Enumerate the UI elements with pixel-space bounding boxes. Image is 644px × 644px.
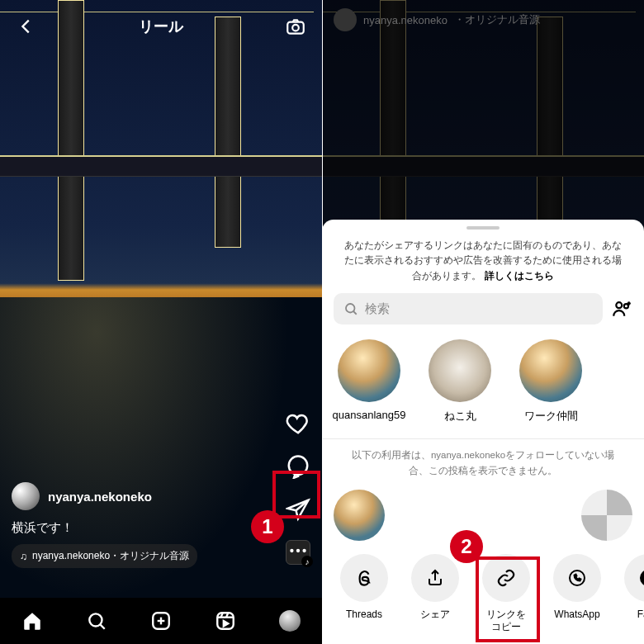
share-contacts: quansanlang59 ねこ丸 ワーク仲間	[322, 324, 644, 435]
svg-point-3	[290, 549, 293, 552]
nav-search[interactable]	[86, 610, 107, 632]
dimmed-audio: ・オリジナル音源	[454, 12, 540, 27]
music-note-icon: ♫	[20, 551, 27, 562]
svg-point-18	[624, 304, 628, 308]
svg-point-22	[640, 570, 644, 586]
sheet-handle[interactable]	[466, 226, 500, 230]
svg-point-6	[89, 613, 102, 626]
svg-point-15	[346, 304, 355, 313]
dimmed-header: nyanya.nekoneko ・オリジナル音源	[322, 0, 644, 40]
contact-name: quansanlang59	[333, 409, 406, 421]
callout-box-1	[272, 471, 320, 519]
svg-point-17	[616, 302, 622, 308]
reels-screen: リール nyanya.nekoneko 横浜です！	[0, 0, 322, 644]
more-button[interactable]	[287, 540, 309, 561]
contact-avatar[interactable]	[581, 490, 632, 541]
nav-profile[interactable]	[279, 610, 301, 632]
contact-avatar	[429, 339, 491, 402]
search-placeholder: 検索	[365, 301, 390, 317]
like-button[interactable]	[286, 411, 310, 436]
audio-pill[interactable]: ♫ nyanya.nekoneko・オリジナル音源	[12, 544, 197, 568]
svg-rect-0	[287, 22, 304, 34]
callout-badge-2: 2	[450, 530, 483, 563]
camera-button[interactable]	[284, 15, 307, 38]
contact-avatar	[338, 339, 400, 402]
action-whatsapp[interactable]: WhatsApp	[547, 554, 608, 633]
page-title: リール	[139, 17, 183, 36]
nav-home[interactable]	[21, 610, 43, 632]
nav-reels[interactable]	[215, 610, 236, 632]
contact-item[interactable]: ワーク仲間	[515, 339, 586, 424]
svg-point-5	[302, 549, 305, 552]
contact-name: ねこ丸	[444, 409, 476, 424]
nav-create[interactable]	[150, 610, 172, 632]
search-icon	[343, 301, 358, 316]
non-follower-row	[322, 478, 644, 541]
back-button[interactable]	[15, 15, 38, 38]
whatsapp-icon	[567, 568, 587, 588]
action-threads[interactable]: Threads	[334, 554, 395, 633]
caption: 横浜です！	[12, 520, 256, 536]
share-disclaimer: あなたがシェアするリンクはあなたに固有のものであり、あなたに表示されるおすすめや…	[322, 238, 644, 283]
svg-line-7	[100, 624, 104, 628]
add-people-button[interactable]	[611, 298, 632, 320]
audio-text: nyanya.nekoneko・オリジナル音源	[32, 549, 189, 563]
contact-item[interactable]: ねこ丸	[424, 339, 495, 424]
author-username[interactable]: nyanya.nekoneko	[48, 490, 152, 504]
contact-avatar	[519, 339, 582, 402]
svg-point-4	[296, 549, 300, 552]
contact-item[interactable]: quansanlang59	[334, 339, 405, 424]
svg-line-16	[353, 311, 357, 315]
callout-badge-1: 1	[251, 510, 284, 543]
search-field[interactable]: 検索	[334, 293, 603, 324]
learn-more-link[interactable]: 詳しくはこちら	[485, 271, 554, 281]
threads-icon	[353, 567, 375, 589]
share-icon	[425, 568, 445, 588]
follow-notice: 以下の利用者は、nyanya.nekonekoをフォローしていない場合、この投稿…	[322, 447, 644, 478]
action-share[interactable]: シェア	[405, 554, 466, 633]
contact-name: ワーク仲間	[524, 409, 578, 424]
dimmed-username: nyanya.nekoneko	[363, 14, 447, 26]
bottom-nav	[0, 598, 322, 644]
facebook-icon	[638, 568, 644, 588]
callout-box-2	[476, 556, 540, 642]
action-facebook[interactable]: Face	[618, 554, 644, 633]
contact-avatar[interactable]	[334, 490, 385, 541]
share-sheet-screen: nyanya.nekoneko ・オリジナル音源 あなたがシェアするリンクはあな…	[322, 0, 644, 644]
author-avatar-small	[334, 8, 357, 31]
author-avatar[interactable]	[12, 482, 40, 510]
svg-point-1	[292, 25, 299, 31]
